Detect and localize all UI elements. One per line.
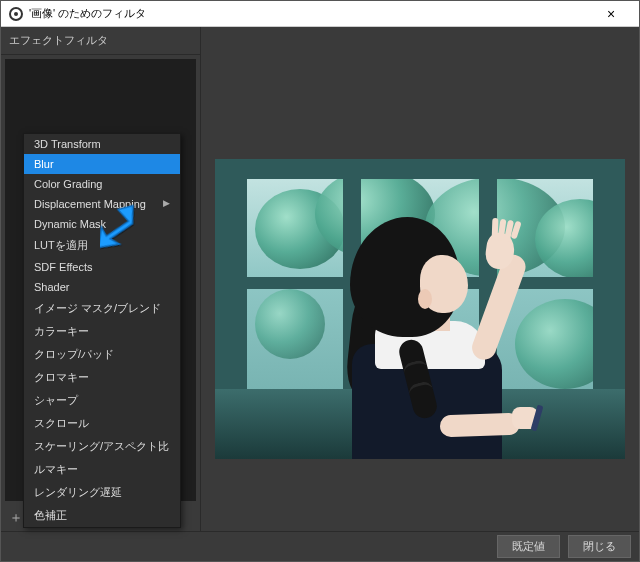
menu-item[interactable]: スクロール	[24, 412, 180, 435]
preview-image	[215, 159, 625, 459]
sidebar: エフェクトフィルタ 3D TransformBlurColor GradingD…	[1, 27, 201, 531]
preview-pane	[201, 27, 639, 531]
menu-item[interactable]: Displacement Mapping▶	[24, 194, 180, 214]
menu-item[interactable]: クロマキー	[24, 366, 180, 389]
submenu-arrow-icon: ▶	[163, 198, 170, 208]
app-icon	[9, 7, 23, 21]
menu-item[interactable]: Shader	[24, 277, 180, 297]
add-filter-button[interactable]: ＋	[9, 509, 23, 527]
add-filter-menu: 3D TransformBlurColor GradingDisplacemen…	[23, 133, 181, 528]
window-title: '画像' のためのフィルタ	[29, 6, 591, 21]
close-icon[interactable]: ×	[591, 6, 631, 22]
menu-item[interactable]: 色補正	[24, 504, 180, 527]
defaults-button[interactable]: 既定値	[497, 535, 560, 558]
menu-item[interactable]: イメージ マスク/ブレンド	[24, 297, 180, 320]
menu-item[interactable]: スケーリング/アスペクト比	[24, 435, 180, 458]
content-area: エフェクトフィルタ 3D TransformBlurColor GradingD…	[1, 27, 639, 531]
titlebar: '画像' のためのフィルタ ×	[1, 1, 639, 27]
menu-item[interactable]: クロップ/パッド	[24, 343, 180, 366]
menu-item[interactable]: Color Grading	[24, 174, 180, 194]
menu-item[interactable]: 3D Transform	[24, 134, 180, 154]
menu-item[interactable]: カラーキー	[24, 320, 180, 343]
menu-item[interactable]: レンダリング遅延	[24, 481, 180, 504]
menu-item[interactable]: シャープ	[24, 389, 180, 412]
menu-item[interactable]: Dynamic Mask	[24, 214, 180, 234]
menu-item[interactable]: SDF Effects	[24, 257, 180, 277]
menu-item[interactable]: Blur	[24, 154, 180, 174]
sidebar-header: エフェクトフィルタ	[1, 27, 200, 55]
menu-item[interactable]: LUTを適用	[24, 234, 180, 257]
footer: 既定値 閉じる	[1, 531, 639, 561]
close-button[interactable]: 閉じる	[568, 535, 631, 558]
menu-item[interactable]: ルマキー	[24, 458, 180, 481]
